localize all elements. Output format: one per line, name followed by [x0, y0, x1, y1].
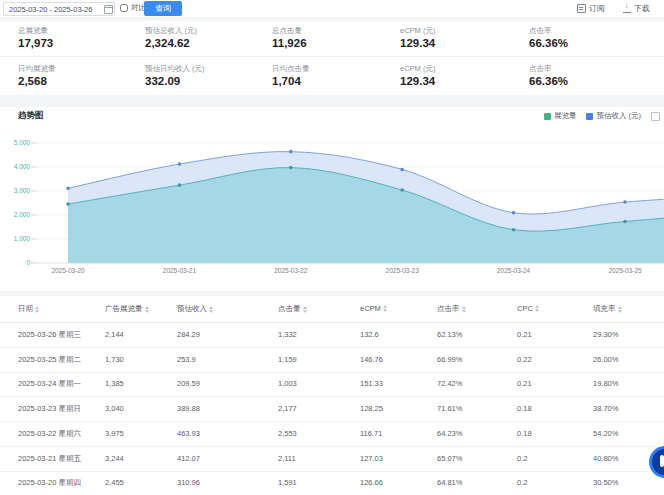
- table-cell: 412.07: [177, 454, 200, 463]
- stat-value: 129.34: [400, 75, 435, 87]
- table-cell: 1,591: [278, 478, 297, 487]
- column-header[interactable]: 点击量: [278, 304, 307, 314]
- download-button[interactable]: 下载: [623, 3, 650, 14]
- table-cell: 38.70%: [593, 404, 618, 413]
- stat-value: 129.34: [400, 37, 435, 49]
- table-cell: 1,730: [105, 355, 124, 364]
- legend-swatch-icon: [544, 113, 551, 120]
- legend-item[interactable]: 预估收入 (元): [586, 111, 641, 121]
- chart-title: 趋势图: [18, 110, 44, 122]
- column-header-label: 预估收入: [177, 304, 207, 314]
- sort-icon[interactable]: [209, 306, 213, 313]
- stat-label: 点击率: [529, 26, 552, 36]
- stat-label: 总展览量: [18, 26, 48, 36]
- stat-label: 总点击量: [272, 26, 302, 36]
- table-cell: 2,553: [278, 429, 297, 438]
- y-axis-tick-label: 1,000: [2, 235, 30, 242]
- table-row: 2025-03-26 星期三2,144284.291,332132.662.13…: [0, 322, 664, 348]
- table-cell: 29.30%: [593, 330, 618, 339]
- stat-value: 11,926: [272, 37, 307, 49]
- column-header[interactable]: 预估收入: [177, 304, 213, 314]
- column-header[interactable]: 点击率: [437, 304, 466, 314]
- table-cell: 1,159: [278, 355, 297, 364]
- download-label: 下载: [634, 3, 650, 14]
- column-header[interactable]: 填充率: [593, 304, 622, 314]
- table-cell: 463.93: [177, 429, 200, 438]
- sort-icon[interactable]: [303, 306, 307, 313]
- table-cell: 2025-03-22 星期六: [18, 429, 81, 439]
- column-header-label: 点击率: [437, 304, 460, 314]
- chart-toolbox-icon[interactable]: [651, 112, 660, 121]
- y-axis-tick-label: 0: [2, 259, 30, 266]
- x-axis-tick-label: 2025-03-23: [372, 267, 432, 274]
- stat-label: 预估总收入 (元): [145, 26, 197, 36]
- x-axis-tick-label: 2025-03-25: [595, 267, 655, 274]
- column-header-label: eCPM: [360, 304, 381, 313]
- table-cell: 1,003: [278, 379, 297, 388]
- table-cell: 1,332: [278, 330, 297, 339]
- column-header[interactable]: 日期: [18, 304, 39, 314]
- table-cell: 64.81%: [437, 478, 462, 487]
- sort-icon[interactable]: [618, 306, 622, 313]
- subscribe-label: 订阅: [589, 3, 605, 14]
- stat-value: 66.36%: [529, 37, 568, 49]
- sort-icon[interactable]: [462, 306, 466, 313]
- table-cell: 0.21: [517, 330, 532, 339]
- legend-label: 展览量: [554, 111, 577, 121]
- column-header[interactable]: eCPM: [360, 304, 387, 313]
- table-cell: 2025-03-26 星期三: [18, 330, 81, 340]
- query-button[interactable]: 查询: [144, 1, 182, 16]
- column-header-label: 点击量: [278, 304, 301, 314]
- section-divider: [0, 17, 664, 21]
- sort-icon[interactable]: [145, 306, 149, 313]
- compare-checkbox-group[interactable]: 对比: [120, 3, 146, 13]
- table-cell: 128.25: [360, 404, 383, 413]
- date-range-input[interactable]: [3, 2, 115, 16]
- compare-checkbox[interactable]: [120, 4, 128, 12]
- chart-legend: 展览量预估收入 (元): [544, 111, 660, 121]
- stat-value: 1,704: [272, 75, 301, 87]
- column-header[interactable]: 广告展览量: [105, 304, 149, 314]
- table-cell: 253.9: [177, 355, 196, 364]
- table-row: 2025-03-25 星期二1,730253.91,159146.7666.99…: [0, 347, 664, 373]
- stat-value: 332.09: [145, 75, 180, 87]
- column-header[interactable]: CPC: [517, 304, 539, 313]
- table-row: 2025-03-23 星期日3,040389.882,177128.2571.6…: [0, 396, 664, 422]
- sort-icon[interactable]: [35, 306, 39, 313]
- calendar-icon[interactable]: [104, 5, 113, 14]
- table-cell: 40.80%: [593, 454, 618, 463]
- table-cell: 389.88: [177, 404, 200, 413]
- table-cell: 64.23%: [437, 429, 462, 438]
- subscribe-icon: [577, 4, 586, 13]
- legend-label: 预估收入 (元): [596, 111, 641, 121]
- table-cell: 2,455: [105, 478, 124, 487]
- y-axis-tick-label: 5,000: [2, 139, 30, 146]
- sort-icon[interactable]: [383, 305, 387, 312]
- x-axis-tick-label: 2025-03-20: [38, 267, 98, 274]
- x-axis-tick-label: 2025-03-22: [261, 267, 321, 274]
- stat-value: 2,568: [18, 75, 47, 87]
- table-cell: 2,144: [105, 330, 124, 339]
- stat-value: 66.36%: [529, 75, 568, 87]
- y-axis-tick-label: 3,000: [2, 187, 30, 194]
- table-cell: 0.18: [517, 404, 532, 413]
- table-cell: 310.96: [177, 478, 200, 487]
- table-cell: 72.42%: [437, 379, 462, 388]
- table-cell: 2025-03-20 星期四: [18, 478, 81, 488]
- x-axis-tick-label: 2025-03-21: [149, 267, 209, 274]
- table-cell: 71.61%: [437, 404, 462, 413]
- table-cell: 116.71: [360, 429, 382, 438]
- subscribe-button[interactable]: 订阅: [577, 3, 605, 14]
- column-header-label: CPC: [517, 304, 533, 313]
- table-cell: 2,111: [278, 454, 296, 463]
- stat-label: 点击率: [529, 64, 552, 74]
- sort-icon[interactable]: [535, 305, 539, 312]
- table-cell: 3,975: [105, 429, 124, 438]
- table-row: 2025-03-20 星期四2,455310.961,591126.6664.8…: [0, 470, 664, 495]
- legend-item[interactable]: 展览量: [544, 111, 577, 121]
- table-cell: 0.2: [517, 478, 527, 487]
- table-cell: 151.33: [360, 379, 383, 388]
- stat-label: 预估日均收入 (元): [145, 64, 205, 74]
- stats-divider: [0, 56, 664, 57]
- table-row: 2025-03-24 星期一1,385209.591,003151.3372.4…: [0, 371, 664, 397]
